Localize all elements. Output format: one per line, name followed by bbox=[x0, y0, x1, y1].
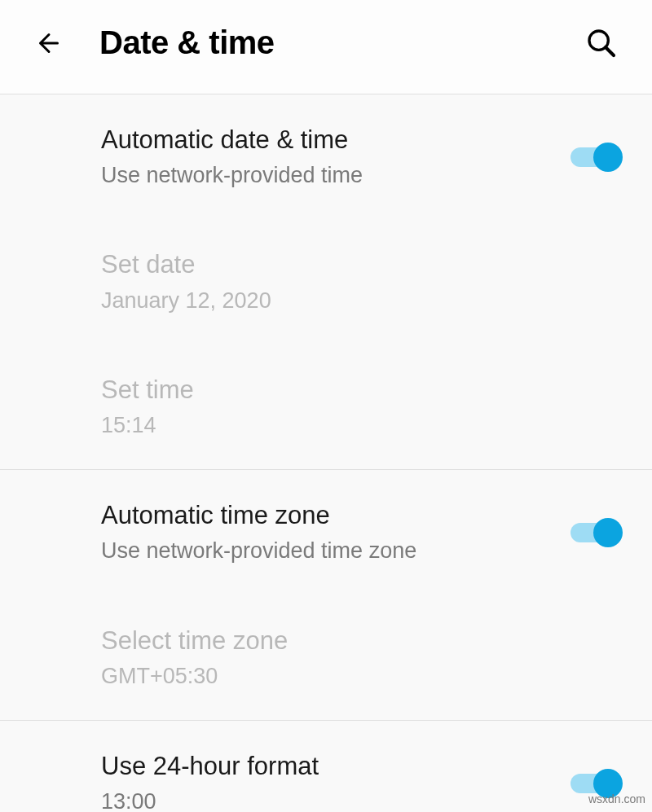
use-24h-row[interactable]: Use 24-hour format 13:00 bbox=[0, 721, 652, 812]
set-date-value: January 12, 2020 bbox=[101, 287, 623, 315]
auto-date-time-text: Automatic date & time Use network-provid… bbox=[101, 124, 570, 190]
toggle-thumb bbox=[593, 143, 623, 172]
select-timezone-title: Select time zone bbox=[101, 625, 623, 657]
set-date-row: Set date January 12, 2020 bbox=[0, 219, 652, 344]
select-timezone-value: GMT+05:30 bbox=[101, 662, 623, 691]
use-24h-text: Use 24-hour format 13:00 bbox=[101, 750, 570, 812]
auto-timezone-subtitle: Use network-provided time zone bbox=[101, 537, 570, 565]
select-timezone-text: Select time zone GMT+05:30 bbox=[101, 625, 623, 691]
auto-timezone-text: Automatic time zone Use network-provided… bbox=[101, 499, 570, 565]
auto-date-time-subtitle: Use network-provided time bbox=[101, 161, 570, 190]
back-arrow-icon bbox=[34, 29, 64, 58]
back-button[interactable] bbox=[33, 27, 65, 59]
set-date-title: Set date bbox=[101, 248, 623, 281]
watermark: wsxdn.com bbox=[588, 792, 645, 805]
toggle-thumb bbox=[593, 518, 623, 547]
auto-date-time-title: Automatic date & time bbox=[101, 124, 570, 156]
set-time-value: 15:14 bbox=[101, 411, 623, 440]
auto-timezone-title: Automatic time zone bbox=[101, 499, 570, 532]
svg-line-1 bbox=[606, 47, 614, 55]
set-time-text: Set time 15:14 bbox=[101, 374, 623, 440]
auto-timezone-toggle[interactable] bbox=[570, 518, 623, 547]
settings-content: Automatic date & time Use network-provid… bbox=[0, 94, 652, 812]
select-timezone-row: Select time zone GMT+05:30 bbox=[0, 595, 652, 720]
use-24h-title: Use 24-hour format bbox=[101, 750, 570, 783]
use-24h-value: 13:00 bbox=[101, 788, 570, 812]
search-button[interactable] bbox=[584, 25, 619, 61]
set-time-row: Set time 15:14 bbox=[0, 345, 652, 469]
header-bar: Date & time bbox=[0, 0, 652, 94]
set-date-text: Set date January 12, 2020 bbox=[101, 248, 623, 314]
search-icon bbox=[585, 27, 618, 59]
auto-date-time-toggle[interactable] bbox=[570, 143, 623, 172]
set-time-title: Set time bbox=[101, 374, 623, 406]
auto-timezone-row[interactable]: Automatic time zone Use network-provided… bbox=[0, 470, 652, 595]
auto-date-time-row[interactable]: Automatic date & time Use network-provid… bbox=[0, 94, 652, 219]
page-title: Date & time bbox=[99, 24, 584, 61]
